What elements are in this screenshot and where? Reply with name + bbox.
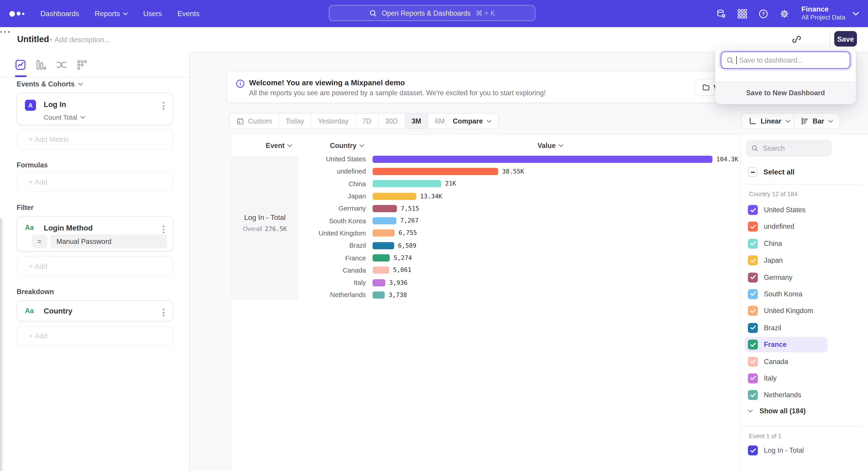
filter-value[interactable]: Manual Password <box>51 234 167 248</box>
country-checkbox[interactable] <box>748 239 758 248</box>
bar[interactable] <box>373 279 385 286</box>
add-metric-button[interactable]: + Add Metric <box>17 129 173 150</box>
country-item-italy[interactable]: Italy <box>745 371 828 386</box>
country-checkbox[interactable] <box>748 340 758 350</box>
bar[interactable] <box>373 180 441 187</box>
check-icon <box>750 292 756 297</box>
more-options-button[interactable]: ··· <box>0 27 11 37</box>
select-all-checkbox[interactable]: Select all <box>748 168 795 177</box>
project-switcher[interactable]: Finance All Project Data <box>801 6 845 22</box>
chart-row-netherlands: Netherlands3,738 <box>231 289 740 301</box>
nav-item-users[interactable]: Users <box>143 9 162 18</box>
country-item-brazil[interactable]: Brazil <box>745 320 828 336</box>
range-30d[interactable]: 30D <box>378 114 405 128</box>
event-checkbox-row[interactable]: Log In - Total <box>748 445 804 455</box>
nav-item-events[interactable]: Events <box>178 9 199 18</box>
mixpanel-logo[interactable] <box>9 11 24 16</box>
breakdown-property-name[interactable]: Country <box>43 307 72 315</box>
bar[interactable] <box>373 242 394 249</box>
filter-property-name[interactable]: Login Method <box>43 224 93 232</box>
nav-item-reports[interactable]: Reports <box>95 9 128 18</box>
chart-type-button[interactable]: Bar <box>793 113 840 129</box>
save-to-new-dashboard-button[interactable]: Save to New Dashboard <box>715 82 856 104</box>
add-formula-button[interactable]: + Add <box>17 172 173 192</box>
nav-item-dashboards[interactable]: Dashboards <box>40 9 79 18</box>
breakdown-card[interactable]: Aa Country <box>17 300 173 321</box>
search-shortcut: ⌘ + K <box>475 9 495 17</box>
global-search-placeholder: Open Reports & Dashboards <box>382 9 471 17</box>
chevron-down-icon <box>359 144 364 147</box>
filter-operator[interactable]: = <box>32 234 47 248</box>
event-badge: A <box>25 100 36 111</box>
scale-selector-button[interactable]: Linear <box>741 113 798 129</box>
range-yesterday[interactable]: Yesterday <box>311 114 355 128</box>
compare-button[interactable]: Compare <box>445 113 499 129</box>
country-checkbox[interactable] <box>748 306 758 316</box>
country-item-canada[interactable]: Canada <box>745 354 828 370</box>
column-header-value[interactable]: Value <box>537 142 563 150</box>
country-checkbox[interactable] <box>748 356 758 366</box>
filter-menu-button[interactable] <box>162 225 165 235</box>
bar[interactable] <box>373 217 396 225</box>
bar[interactable] <box>373 155 712 163</box>
country-checkbox[interactable] <box>748 222 758 232</box>
range-7d[interactable]: 7D <box>356 114 378 128</box>
country-checkbox[interactable] <box>748 323 758 333</box>
metric-card[interactable]: A Log In Count Total <box>17 92 173 125</box>
bar[interactable] <box>373 291 385 299</box>
column-header-country[interactable]: Country <box>330 142 364 150</box>
country-checkbox[interactable] <box>748 272 758 282</box>
filter-card[interactable]: Aa Login Method = Manual Password <box>17 216 173 252</box>
bar[interactable] <box>373 267 389 274</box>
save-dashboard-search-input[interactable]: Save to dashboard... <box>721 52 850 69</box>
help-icon[interactable]: ? <box>758 8 768 19</box>
tab-funnels-icon[interactable] <box>35 59 46 70</box>
metric-event-name[interactable]: Log In <box>43 100 66 109</box>
add-description-field[interactable]: + Add description... <box>49 35 110 44</box>
filter-search-input[interactable]: Search <box>746 140 832 157</box>
global-search-button[interactable]: Open Reports & Dashboards ⌘ + K <box>329 5 535 21</box>
country-item-united-kingdom[interactable]: United Kingdom <box>745 303 828 319</box>
country-checkbox[interactable] <box>748 256 758 265</box>
country-item-china[interactable]: China <box>745 236 828 252</box>
events-cohorts-header[interactable]: Events & Cohorts <box>17 80 83 88</box>
add-filter-button[interactable]: + Add <box>17 256 173 276</box>
country-item-japan[interactable]: Japan <box>745 253 828 268</box>
range-3m[interactable]: 3M <box>405 114 428 128</box>
report-title[interactable]: Untitled <box>17 34 49 45</box>
add-breakdown-button[interactable]: + Add <box>17 326 173 346</box>
metric-menu-button[interactable] <box>162 101 165 111</box>
bar[interactable] <box>373 230 395 237</box>
country-item-netherlands[interactable]: Netherlands <box>745 387 828 403</box>
copy-link-icon[interactable] <box>792 34 802 45</box>
tab-flows-icon[interactable] <box>56 59 67 70</box>
bar[interactable] <box>373 254 390 262</box>
country-item-france[interactable]: France <box>745 337 828 352</box>
country-item-germany[interactable]: Germany <box>745 270 828 285</box>
country-checkbox[interactable] <box>748 289 758 299</box>
save-button[interactable]: Save <box>834 31 857 47</box>
country-checkbox[interactable] <box>748 205 758 215</box>
tab-insights-icon[interactable] <box>15 59 26 70</box>
bar[interactable] <box>373 193 416 200</box>
range-custom[interactable]: Custom <box>230 114 279 128</box>
country-item-undefined[interactable]: undefined <box>745 219 828 235</box>
apps-grid-icon[interactable] <box>737 8 747 19</box>
metric-aggregation[interactable]: Count Total <box>43 114 85 121</box>
data-management-icon[interactable] <box>716 8 726 19</box>
chevron-down-icon[interactable] <box>852 11 859 16</box>
column-header-event[interactable]: Event <box>266 142 292 150</box>
tab-retention-icon[interactable] <box>76 59 88 70</box>
bar[interactable] <box>373 205 397 212</box>
bar[interactable] <box>373 168 498 175</box>
folder-icon <box>702 83 710 91</box>
country-item-united-states[interactable]: United States <box>745 202 828 218</box>
country-item-south-korea[interactable]: South Korea <box>745 286 828 302</box>
country-checkbox[interactable] <box>748 390 758 400</box>
country-checkbox[interactable] <box>748 373 758 383</box>
bar-value-label: 6,755 <box>399 230 417 237</box>
range-today[interactable]: Today <box>279 114 311 128</box>
settings-gear-icon[interactable] <box>779 8 789 19</box>
show-all-toggle[interactable]: Show all (184) <box>748 407 806 415</box>
breakdown-menu-button[interactable] <box>162 307 165 318</box>
